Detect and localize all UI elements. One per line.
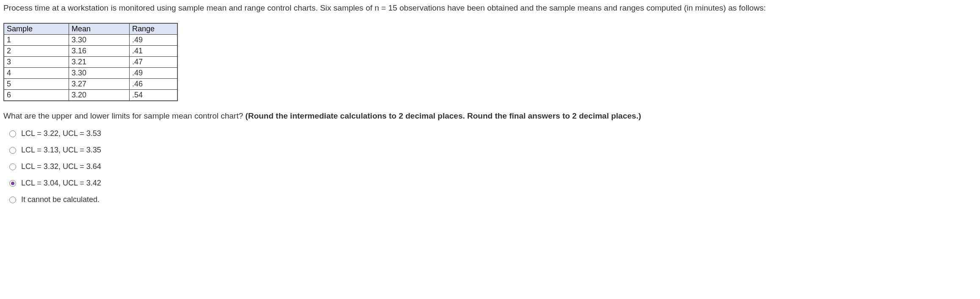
table-row: 2 3.16 .41 xyxy=(4,46,177,57)
table-row: 3 3.21 .47 xyxy=(4,57,177,68)
header-mean: Mean xyxy=(69,23,130,35)
option-row[interactable]: LCL = 3.22, UCL = 3.53 xyxy=(9,129,977,138)
option-label: It cannot be calculated. xyxy=(21,195,100,204)
cell-sample: 2 xyxy=(4,46,69,57)
cell-range: .49 xyxy=(130,35,178,46)
option-row[interactable]: LCL = 3.13, UCL = 3.35 xyxy=(9,146,977,155)
table-row: 1 3.30 .49 xyxy=(4,35,177,46)
cell-sample: 4 xyxy=(4,68,69,79)
cell-sample: 6 xyxy=(4,90,69,101)
cell-range: .54 xyxy=(130,90,178,101)
cell-mean: 3.16 xyxy=(69,46,130,57)
cell-mean: 3.30 xyxy=(69,35,130,46)
cell-mean: 3.30 xyxy=(69,68,130,79)
option-row[interactable]: It cannot be calculated. xyxy=(9,195,977,204)
question-plain: What are the upper and lower limits for … xyxy=(3,111,245,120)
cell-range: .47 xyxy=(130,57,178,68)
cell-sample: 1 xyxy=(4,35,69,46)
options-group: LCL = 3.22, UCL = 3.53 LCL = 3.13, UCL =… xyxy=(9,129,977,204)
table-row: 4 3.30 .49 xyxy=(4,68,177,79)
cell-mean: 3.21 xyxy=(69,57,130,68)
cell-range: .46 xyxy=(130,79,178,90)
radio-icon[interactable] xyxy=(9,163,16,170)
table-row: 6 3.20 .54 xyxy=(4,90,177,101)
data-table: Sample Mean Range 1 3.30 .49 2 3.16 .41 … xyxy=(3,23,178,101)
cell-mean: 3.20 xyxy=(69,90,130,101)
question-text: What are the upper and lower limits for … xyxy=(3,111,977,121)
option-row[interactable]: LCL = 3.32, UCL = 3.64 xyxy=(9,162,977,171)
radio-icon[interactable] xyxy=(9,197,16,203)
cell-mean: 3.27 xyxy=(69,79,130,90)
question-bold: (Round the intermediate calculations to … xyxy=(245,111,641,120)
option-row[interactable]: LCL = 3.04, UCL = 3.42 xyxy=(9,179,977,188)
option-label: LCL = 3.13, UCL = 3.35 xyxy=(21,146,101,155)
radio-icon[interactable] xyxy=(9,180,16,187)
cell-range: .49 xyxy=(130,68,178,79)
option-label: LCL = 3.32, UCL = 3.64 xyxy=(21,162,101,171)
intro-text: Process time at a workstation is monitor… xyxy=(3,3,977,13)
header-range: Range xyxy=(130,23,178,35)
option-label: LCL = 3.04, UCL = 3.42 xyxy=(21,179,101,188)
header-sample: Sample xyxy=(4,23,69,35)
cell-sample: 5 xyxy=(4,79,69,90)
cell-sample: 3 xyxy=(4,57,69,68)
radio-icon[interactable] xyxy=(9,147,16,154)
option-label: LCL = 3.22, UCL = 3.53 xyxy=(21,129,101,138)
radio-icon[interactable] xyxy=(9,130,16,137)
cell-range: .41 xyxy=(130,46,178,57)
table-row: 5 3.27 .46 xyxy=(4,79,177,90)
